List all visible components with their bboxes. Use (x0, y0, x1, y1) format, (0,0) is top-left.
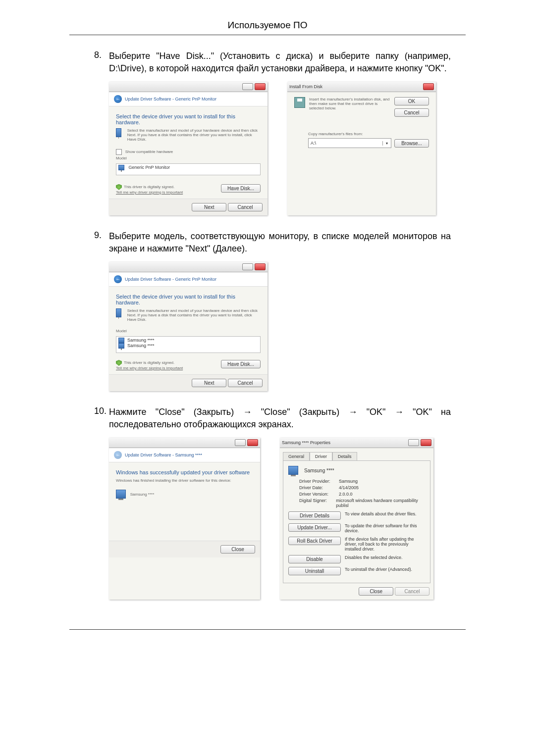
tab-driver[interactable]: Driver (310, 452, 332, 460)
desc-rollback: If the device fails after updating the d… (345, 537, 425, 552)
model-label: Model (116, 156, 261, 160)
dialog-update-driver: ← Update Driver Software - Generic PnP M… (109, 82, 268, 215)
step-9-num: 9. (94, 230, 109, 255)
breadcrumb: Update Driver Software - Generic PnP Mon… (125, 277, 216, 282)
dialog-hint: Select the manufacturer and model of you… (127, 128, 261, 142)
model-item[interactable]: Samsung **** (127, 343, 155, 348)
shield-icon (116, 184, 122, 190)
model-listbox[interactable]: Generic PnP Monitor (116, 163, 261, 175)
model-item[interactable]: Samsung **** (127, 338, 155, 343)
value-date: 4/14/2005 (339, 485, 359, 490)
minimize-button[interactable] (242, 83, 253, 90)
step-8: 8. Выберите "Have Disk..." (Установить с… (94, 50, 451, 75)
dialog-update-success: ← Update Driver Software - Samsung **** … (109, 438, 260, 600)
path-dropdown[interactable]: A:\ ▾ (308, 138, 391, 148)
dialog-hint: Select the manufacturer and model of you… (127, 308, 261, 322)
step-9-text: Выберите модель, соответствующую монитор… (109, 230, 451, 255)
monitor-icon (118, 165, 124, 170)
have-disk-button[interactable]: Have Disk... (221, 360, 261, 368)
device-name: Samsung **** (130, 492, 154, 497)
cancel-button[interactable]: Cancel (228, 379, 263, 387)
dialog-heading: Windows has successfully updated your dr… (116, 469, 253, 475)
value-signer: microsoft windows hardware compatibility… (336, 498, 425, 508)
driver-details-button[interactable]: Driver Details (288, 511, 341, 520)
value-version: 2.0.0.0 (339, 492, 353, 497)
back-icon: ← (114, 451, 122, 459)
close-button[interactable] (423, 83, 434, 90)
uninstall-button[interactable]: Uninstall (288, 567, 341, 575)
chevron-down-icon[interactable]: ▾ (382, 141, 391, 146)
path-value: A:\ (309, 141, 382, 146)
divider-top (69, 35, 466, 35)
signed-label: This driver is digitally signed. (124, 185, 174, 189)
have-disk-button[interactable]: Have Disk... (221, 184, 261, 193)
tab-details[interactable]: Details (332, 452, 357, 460)
model-item[interactable]: Generic PnP Monitor (129, 165, 170, 170)
step-10: 10. Нажмите "Close" (Закрыть) → "Close" … (94, 406, 451, 431)
browse-button[interactable]: Browse... (394, 139, 429, 148)
back-icon[interactable]: ← (114, 275, 122, 283)
label-provider: Driver Provider: (299, 479, 339, 484)
desc-details: To view details about the driver files. (345, 511, 425, 516)
close-button[interactable] (255, 263, 266, 270)
help-button[interactable] (408, 439, 419, 446)
minimize-button[interactable] (235, 439, 246, 446)
dialog-title: Samsung **** Properties (282, 440, 330, 445)
show-compatible-checkbox[interactable] (116, 149, 122, 155)
device-name: Samsung **** (304, 468, 334, 473)
value-provider: Samsung (339, 479, 358, 484)
shield-icon (116, 360, 122, 366)
signing-link[interactable]: Tell me why driver signing is important (116, 366, 183, 370)
breadcrumb: Update Driver Software - Generic PnP Mon… (125, 97, 216, 101)
close-button[interactable] (247, 439, 258, 446)
close-button[interactable] (255, 83, 266, 90)
close-button[interactable]: Close (220, 545, 255, 554)
monitor-icon (118, 338, 124, 343)
monitor-icon (116, 308, 121, 317)
model-listbox[interactable]: Samsung **** Samsung **** (116, 336, 261, 353)
page-title: Используемое ПО (0, 20, 535, 31)
cancel-button[interactable]: Cancel (394, 108, 429, 117)
label-date: Driver Date: (299, 485, 339, 490)
dialog-device-properties: Samsung **** Properties General Driver D… (280, 438, 433, 600)
close-button-bottom[interactable]: Close (359, 587, 393, 596)
divider-bottom (69, 629, 466, 630)
monitor-icon (116, 490, 126, 499)
step-10-num: 10. (94, 406, 109, 431)
disable-button[interactable]: Disable (288, 555, 341, 563)
label-signer: Digital Signer: (299, 498, 336, 508)
ok-button[interactable]: OK (394, 97, 429, 105)
rollback-button[interactable]: Roll Back Driver (288, 537, 341, 545)
desc-uninstall: To uninstall the driver (Advanced). (345, 567, 425, 572)
signing-link[interactable]: Tell me why driver signing is important (116, 190, 183, 195)
update-driver-button[interactable]: Update Driver... (288, 523, 341, 532)
step-8-text: Выберите "Have Disk..." (Установить с ди… (109, 50, 451, 75)
copy-from-label: Copy manufacturer's files from: (308, 132, 429, 136)
breadcrumb: Update Driver Software - Samsung **** (125, 453, 202, 457)
step-8-num: 8. (94, 50, 109, 75)
minimize-button[interactable] (242, 263, 253, 270)
back-icon[interactable]: ← (114, 95, 122, 103)
tab-general[interactable]: General (283, 452, 310, 460)
show-compatible-label: Show compatible hardware (125, 150, 173, 154)
dialog-select-model: ← Update Driver Software - Generic PnP M… (109, 262, 268, 391)
monitor-icon (118, 343, 124, 349)
dialog-heading: Select the device driver you want to ins… (116, 294, 261, 305)
floppy-icon (294, 97, 305, 108)
label-version: Driver Version: (299, 492, 339, 497)
next-button[interactable]: Next (192, 203, 226, 211)
dialog-heading: Select the device driver you want to ins… (116, 113, 261, 125)
instruction-text: Insert the manufacturer's installation d… (309, 97, 390, 110)
close-button[interactable] (421, 439, 431, 446)
step-10-text: Нажмите "Close" (Закрыть) → "Close" (Зак… (109, 406, 451, 431)
cancel-button-bottom: Cancel (395, 587, 429, 596)
dialog-subtext: Windows has finished installing the driv… (116, 478, 253, 483)
desc-disable: Disables the selected device. (345, 555, 425, 560)
desc-update: To update the driver software for this d… (345, 523, 425, 533)
cancel-button[interactable]: Cancel (228, 203, 263, 211)
dialog-title: Install From Disk (289, 84, 322, 89)
next-button[interactable]: Next (192, 379, 226, 387)
monitor-icon (288, 466, 298, 475)
model-label: Model (116, 329, 261, 333)
dialog-install-from-disk: Install From Disk Insert the manufacture… (287, 82, 436, 215)
